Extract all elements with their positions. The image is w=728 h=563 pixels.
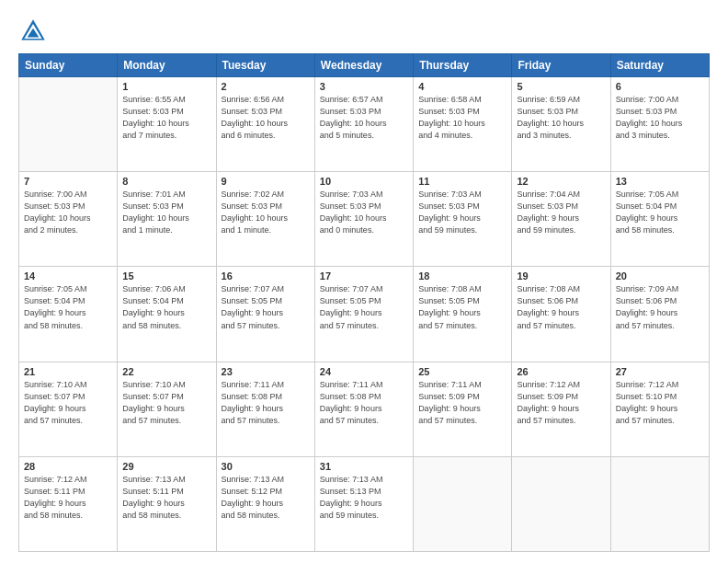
day-number: 2 — [222, 81, 310, 92]
day-info: Sunrise: 7:13 AM Sunset: 5:12 PM Dayligh… — [222, 474, 310, 522]
calendar-week-3: 14Sunrise: 7:05 AM Sunset: 5:04 PM Dayli… — [19, 267, 710, 362]
calendar-week-1: 1Sunrise: 6:55 AM Sunset: 5:03 PM Daylig… — [19, 77, 710, 172]
day-number: 24 — [320, 366, 408, 377]
logo-icon — [18, 17, 48, 46]
day-info: Sunrise: 7:00 AM Sunset: 5:03 PM Dayligh… — [24, 189, 112, 236]
calendar-cell: 15Sunrise: 7:06 AM Sunset: 5:04 PM Dayli… — [118, 267, 216, 362]
day-info: Sunrise: 7:07 AM Sunset: 5:05 PM Dayligh… — [222, 283, 310, 331]
calendar-cell: 5Sunrise: 6:59 AM Sunset: 5:03 PM Daylig… — [512, 77, 610, 172]
day-number: 9 — [222, 176, 310, 187]
day-number: 30 — [222, 461, 310, 472]
day-number: 26 — [517, 366, 605, 377]
calendar-cell: 18Sunrise: 7:08 AM Sunset: 5:05 PM Dayli… — [414, 267, 512, 362]
day-number: 12 — [517, 176, 605, 187]
calendar-cell: 25Sunrise: 7:11 AM Sunset: 5:09 PM Dayli… — [414, 362, 512, 456]
day-header-monday: Monday — [118, 54, 216, 77]
day-number: 20 — [616, 270, 704, 282]
day-number: 29 — [122, 461, 210, 472]
day-info: Sunrise: 7:09 AM Sunset: 5:06 PM Dayligh… — [616, 283, 704, 331]
day-info: Sunrise: 6:57 AM Sunset: 5:03 PM Dayligh… — [320, 94, 408, 142]
day-info: Sunrise: 7:08 AM Sunset: 5:05 PM Dayligh… — [418, 283, 506, 331]
day-info: Sunrise: 7:13 AM Sunset: 5:13 PM Dayligh… — [320, 474, 408, 522]
day-number: 7 — [24, 176, 112, 187]
day-info: Sunrise: 7:05 AM Sunset: 5:04 PM Dayligh… — [616, 189, 704, 236]
day-number: 21 — [24, 366, 112, 377]
calendar-cell — [512, 456, 610, 551]
day-number: 19 — [517, 270, 605, 282]
day-header-thursday: Thursday — [414, 54, 512, 77]
header — [18, 17, 710, 46]
calendar-cell: 3Sunrise: 6:57 AM Sunset: 5:03 PM Daylig… — [314, 77, 413, 172]
day-header-wednesday: Wednesday — [314, 54, 413, 77]
calendar-cell: 26Sunrise: 7:12 AM Sunset: 5:09 PM Dayli… — [512, 362, 610, 456]
day-number: 14 — [24, 270, 112, 282]
day-number: 22 — [122, 366, 210, 377]
day-number: 5 — [517, 81, 605, 92]
calendar-cell: 11Sunrise: 7:03 AM Sunset: 5:03 PM Dayli… — [414, 172, 512, 267]
calendar-cell: 14Sunrise: 7:05 AM Sunset: 5:04 PM Dayli… — [19, 267, 118, 362]
day-info: Sunrise: 7:10 AM Sunset: 5:07 PM Dayligh… — [24, 379, 112, 427]
day-number: 4 — [418, 81, 506, 92]
day-info: Sunrise: 7:10 AM Sunset: 5:07 PM Dayligh… — [122, 379, 210, 427]
day-info: Sunrise: 7:00 AM Sunset: 5:03 PM Dayligh… — [616, 94, 704, 142]
day-number: 8 — [122, 176, 210, 187]
calendar-cell: 21Sunrise: 7:10 AM Sunset: 5:07 PM Dayli… — [19, 362, 118, 456]
calendar-cell: 12Sunrise: 7:04 AM Sunset: 5:03 PM Dayli… — [512, 172, 610, 267]
calendar-cell: 27Sunrise: 7:12 AM Sunset: 5:10 PM Dayli… — [610, 362, 709, 456]
day-number: 16 — [222, 270, 310, 282]
day-header-friday: Friday — [512, 54, 610, 77]
day-info: Sunrise: 6:58 AM Sunset: 5:03 PM Dayligh… — [418, 94, 506, 142]
calendar-cell: 28Sunrise: 7:12 AM Sunset: 5:11 PM Dayli… — [19, 456, 118, 551]
day-info: Sunrise: 6:56 AM Sunset: 5:03 PM Dayligh… — [222, 94, 310, 142]
day-info: Sunrise: 7:12 AM Sunset: 5:09 PM Dayligh… — [517, 379, 605, 427]
day-info: Sunrise: 7:01 AM Sunset: 5:03 PM Dayligh… — [122, 189, 210, 236]
calendar-table: SundayMondayTuesdayWednesdayThursdayFrid… — [18, 53, 710, 552]
day-info: Sunrise: 7:12 AM Sunset: 5:11 PM Dayligh… — [24, 474, 112, 522]
calendar-cell: 6Sunrise: 7:00 AM Sunset: 5:03 PM Daylig… — [610, 77, 709, 172]
day-number: 3 — [320, 81, 408, 92]
calendar-cell: 19Sunrise: 7:08 AM Sunset: 5:06 PM Dayli… — [512, 267, 610, 362]
day-number: 10 — [320, 176, 408, 187]
calendar-cell: 2Sunrise: 6:56 AM Sunset: 5:03 PM Daylig… — [216, 77, 314, 172]
page: SundayMondayTuesdayWednesdayThursdayFrid… — [0, 0, 728, 563]
day-number: 28 — [24, 461, 112, 472]
calendar-cell: 22Sunrise: 7:10 AM Sunset: 5:07 PM Dayli… — [118, 362, 216, 456]
calendar-cell: 17Sunrise: 7:07 AM Sunset: 5:05 PM Dayli… — [314, 267, 413, 362]
calendar-cell: 13Sunrise: 7:05 AM Sunset: 5:04 PM Dayli… — [610, 172, 709, 267]
calendar-week-4: 21Sunrise: 7:10 AM Sunset: 5:07 PM Dayli… — [19, 362, 710, 456]
day-info: Sunrise: 7:11 AM Sunset: 5:08 PM Dayligh… — [222, 379, 310, 427]
calendar-cell: 7Sunrise: 7:00 AM Sunset: 5:03 PM Daylig… — [19, 172, 118, 267]
day-number: 31 — [320, 461, 408, 472]
day-number: 27 — [616, 366, 704, 377]
calendar-cell: 24Sunrise: 7:11 AM Sunset: 5:08 PM Dayli… — [314, 362, 413, 456]
day-info: Sunrise: 7:08 AM Sunset: 5:06 PM Dayligh… — [517, 283, 605, 331]
day-info: Sunrise: 7:07 AM Sunset: 5:05 PM Dayligh… — [320, 283, 408, 331]
day-info: Sunrise: 6:55 AM Sunset: 5:03 PM Dayligh… — [122, 94, 210, 142]
calendar-body: 1Sunrise: 6:55 AM Sunset: 5:03 PM Daylig… — [19, 77, 710, 552]
day-header-sunday: Sunday — [19, 54, 118, 77]
header-row: SundayMondayTuesdayWednesdayThursdayFrid… — [19, 54, 710, 77]
day-number: 18 — [418, 270, 506, 282]
day-info: Sunrise: 7:04 AM Sunset: 5:03 PM Dayligh… — [517, 189, 605, 236]
day-number: 15 — [122, 270, 210, 282]
calendar-cell — [610, 456, 709, 551]
calendar-week-2: 7Sunrise: 7:00 AM Sunset: 5:03 PM Daylig… — [19, 172, 710, 267]
calendar-cell: 9Sunrise: 7:02 AM Sunset: 5:03 PM Daylig… — [216, 172, 314, 267]
day-info: Sunrise: 6:59 AM Sunset: 5:03 PM Dayligh… — [517, 94, 605, 142]
day-info: Sunrise: 7:03 AM Sunset: 5:03 PM Dayligh… — [320, 189, 408, 236]
day-number: 11 — [418, 176, 506, 187]
calendar-cell: 8Sunrise: 7:01 AM Sunset: 5:03 PM Daylig… — [118, 172, 216, 267]
calendar-cell: 20Sunrise: 7:09 AM Sunset: 5:06 PM Dayli… — [610, 267, 709, 362]
day-number: 23 — [222, 366, 310, 377]
calendar-cell: 31Sunrise: 7:13 AM Sunset: 5:13 PM Dayli… — [314, 456, 413, 551]
day-info: Sunrise: 7:06 AM Sunset: 5:04 PM Dayligh… — [122, 283, 210, 331]
calendar-cell: 23Sunrise: 7:11 AM Sunset: 5:08 PM Dayli… — [216, 362, 314, 456]
day-header-tuesday: Tuesday — [216, 54, 314, 77]
calendar-cell: 30Sunrise: 7:13 AM Sunset: 5:12 PM Dayli… — [216, 456, 314, 551]
calendar-cell: 16Sunrise: 7:07 AM Sunset: 5:05 PM Dayli… — [216, 267, 314, 362]
day-number: 25 — [418, 366, 506, 377]
day-info: Sunrise: 7:05 AM Sunset: 5:04 PM Dayligh… — [24, 283, 112, 331]
day-info: Sunrise: 7:11 AM Sunset: 5:09 PM Dayligh… — [418, 379, 506, 427]
day-info: Sunrise: 7:03 AM Sunset: 5:03 PM Dayligh… — [418, 189, 506, 236]
logo — [18, 17, 51, 46]
